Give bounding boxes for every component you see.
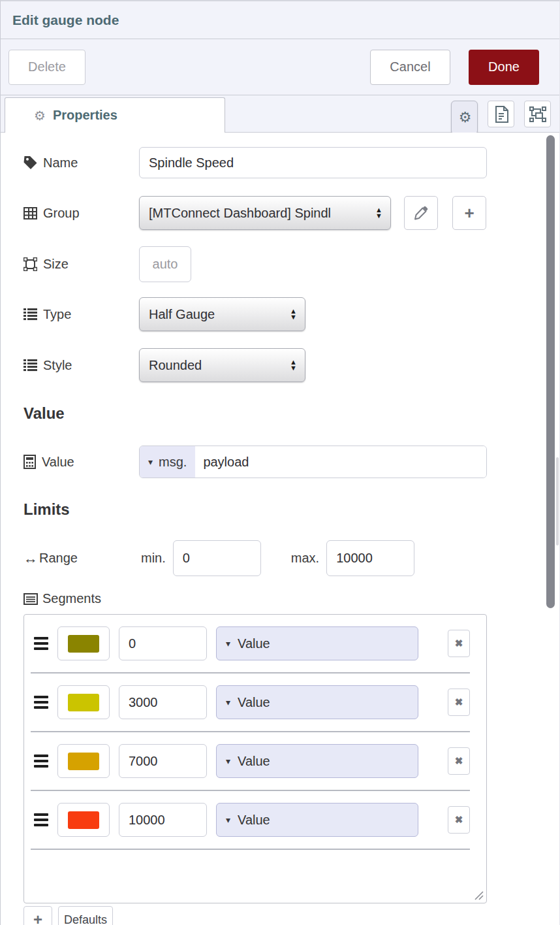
segment-row: ▾ Value ✖ — [31, 615, 470, 673]
segment-type-select[interactable]: ▾ Value — [216, 626, 418, 660]
chevron-down-icon: ▾ — [226, 638, 230, 649]
description-tab-button[interactable] — [488, 101, 514, 127]
group-label: Group — [23, 206, 139, 221]
range-max-input[interactable] — [326, 540, 414, 576]
typed-input-type-select[interactable]: ▾ msg. — [140, 446, 195, 478]
pencil-icon — [414, 206, 428, 220]
chevron-down-icon: ▾ — [226, 697, 230, 707]
group-row: Group [MTConnect Dashboard] Spindl ▲▼ + — [23, 196, 559, 230]
segments-label: Segments — [23, 591, 139, 606]
segment-color-button[interactable] — [57, 744, 110, 778]
segment-value-input[interactable] — [119, 685, 207, 719]
remove-segment-button[interactable]: ✖ — [448, 747, 470, 775]
segment-row: ▾ Value ✖ — [31, 791, 470, 850]
outer-scrollbar-thumb[interactable] — [556, 457, 559, 545]
drag-handle-icon[interactable] — [34, 637, 48, 650]
arrows-horizontal-icon: ↔ — [23, 550, 38, 567]
type-row: Type Half Gauge ▲▼ — [23, 297, 559, 331]
appearance-tab-button[interactable] — [524, 101, 551, 127]
value-row: Value ▾ msg. — [23, 446, 559, 478]
color-swatch — [68, 694, 99, 711]
done-button[interactable]: Done — [469, 50, 539, 85]
list-icon — [23, 308, 37, 320]
group-select[interactable]: [MTConnect Dashboard] Spindl ▲▼ — [139, 196, 391, 230]
segments-label-row: Segments — [23, 591, 559, 606]
edit-gauge-dialog: Edit gauge node Delete Cancel Done ⚙ Pro… — [0, 0, 560, 925]
size-auto-button[interactable]: auto — [139, 246, 191, 282]
segment-color-button[interactable] — [57, 685, 110, 719]
gear-icon: ⚙ — [459, 109, 472, 126]
dialog-title: Edit gauge node — [12, 12, 119, 28]
resize-handle-icon[interactable] — [474, 890, 484, 900]
dialog-toolbar: Delete Cancel Done — [1, 39, 559, 95]
segment-value-input[interactable] — [119, 803, 207, 837]
limits-section-heading: Limits — [23, 500, 559, 519]
type-label: Type — [23, 307, 139, 322]
segment-row: ▾ Value ✖ — [31, 732, 470, 791]
remove-segment-button[interactable]: ✖ — [448, 630, 470, 657]
gear-icon: ⚙ — [34, 108, 46, 123]
calculator-icon — [23, 455, 36, 469]
properties-tab-button[interactable]: ⚙ — [451, 101, 478, 135]
max-label: max. — [291, 551, 319, 566]
name-input[interactable] — [139, 147, 487, 178]
delete-button[interactable]: Delete — [8, 50, 86, 85]
list-alt-icon — [23, 593, 38, 605]
document-icon — [493, 106, 509, 123]
range-label: ↔ Range — [23, 550, 139, 567]
segments-footer: + Defaults — [23, 906, 559, 925]
range-row: ↔ Range min. max. — [23, 540, 559, 576]
min-label: min. — [141, 551, 166, 566]
select-arrows-icon: ▲▼ — [290, 359, 297, 371]
list-icon — [23, 359, 37, 371]
name-row: Name — [23, 147, 559, 178]
chevron-down-icon: ▾ — [226, 756, 230, 766]
segment-color-button[interactable] — [57, 803, 110, 837]
segment-value-input[interactable] — [119, 744, 207, 778]
select-arrows-icon: ▲▼ — [290, 308, 297, 320]
add-group-button[interactable]: + — [452, 196, 486, 230]
properties-panel: Name Group [MTConnect Dashboard] Spindl … — [1, 133, 559, 925]
size-icon — [23, 257, 37, 271]
drag-handle-icon[interactable] — [34, 755, 48, 768]
segment-type-select[interactable]: ▾ Value — [216, 744, 418, 778]
segment-row: ▾ Value ✖ — [31, 673, 470, 732]
value-label: Value — [23, 455, 139, 470]
style-row: Style Rounded ▲▼ — [23, 348, 559, 382]
value-property-input[interactable] — [195, 446, 486, 478]
close-icon: ✖ — [455, 696, 463, 708]
segment-type-select[interactable]: ▾ Value — [216, 685, 418, 719]
tab-properties[interactable]: ⚙ Properties — [5, 97, 225, 133]
segments-list: ▾ Value ✖ ▾ Value ✖ — [23, 614, 487, 903]
segment-value-input[interactable] — [119, 626, 207, 660]
segment-color-button[interactable] — [57, 626, 110, 660]
color-swatch — [68, 811, 99, 829]
tab-properties-label: Properties — [53, 108, 117, 123]
size-label: Size — [23, 257, 139, 272]
range-min-input[interactable] — [173, 540, 261, 576]
add-segment-button[interactable]: + — [23, 906, 52, 925]
scrollbar-thumb[interactable] — [546, 135, 555, 608]
color-swatch — [68, 635, 99, 653]
value-section-heading: Value — [23, 404, 559, 423]
tab-buttons: ⚙ — [451, 101, 551, 135]
drag-handle-icon[interactable] — [34, 696, 48, 709]
defaults-button[interactable]: Defaults — [58, 906, 113, 925]
remove-segment-button[interactable]: ✖ — [448, 806, 470, 834]
cancel-button[interactable]: Cancel — [370, 50, 450, 85]
style-select[interactable]: Rounded ▲▼ — [139, 348, 305, 382]
size-row: Size auto — [23, 246, 559, 282]
drag-handle-icon[interactable] — [34, 813, 48, 826]
appearance-icon — [529, 106, 546, 123]
plus-icon: + — [464, 203, 474, 223]
segment-type-select[interactable]: ▾ Value — [216, 803, 418, 837]
edit-group-button[interactable] — [404, 196, 438, 230]
tab-row: ⚙ Properties ⚙ — [1, 95, 559, 133]
select-arrows-icon: ▲▼ — [375, 207, 382, 219]
table-icon — [23, 207, 37, 219]
type-select[interactable]: Half Gauge ▲▼ — [139, 297, 305, 331]
chevron-down-icon: ▾ — [226, 815, 230, 825]
dialog-header: Edit gauge node — [1, 1, 559, 39]
remove-segment-button[interactable]: ✖ — [448, 689, 470, 716]
color-swatch — [68, 753, 99, 770]
